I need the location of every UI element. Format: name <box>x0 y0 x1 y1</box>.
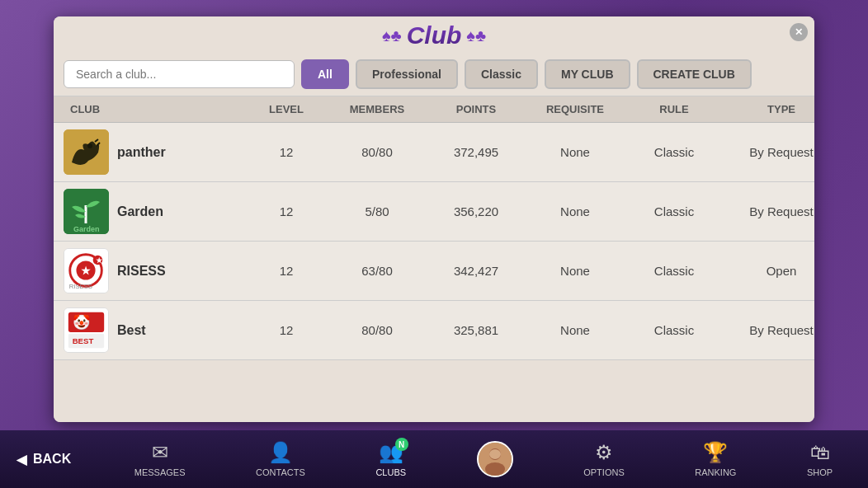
type-panther: By Request <box>724 145 814 159</box>
points-risess: 342,427 <box>427 264 526 278</box>
club-cell: ★ ★ RISESS RISESS <box>64 248 245 293</box>
contacts-label: CONTACTS <box>256 467 305 477</box>
rule-garden: Classic <box>625 204 724 218</box>
svg-point-1 <box>87 143 92 148</box>
members-risess: 63/80 <box>328 264 427 278</box>
options-label: OPTIONS <box>583 467 625 477</box>
club-name-risess: RISESS <box>117 264 166 279</box>
nav-item-ranking[interactable]: 🏆 RANKING <box>685 434 746 484</box>
shop-icon: 🛍 <box>810 441 830 464</box>
nav-item-clubs[interactable]: 👥 N CLUBS <box>366 434 416 484</box>
table-row[interactable]: ★ ★ RISESS RISESS 12 63/80 342,427 None … <box>54 242 814 301</box>
col-requisite: REQUISITE <box>526 103 625 115</box>
points-panther: 372,495 <box>427 145 526 159</box>
nav-item-options[interactable]: ⚙ OPTIONS <box>573 434 634 484</box>
members-best: 80/80 <box>328 323 427 337</box>
filter-my-club-button[interactable]: MY CLUB <box>545 59 630 89</box>
svg-point-18 <box>485 462 505 476</box>
type-garden: By Request <box>724 204 814 218</box>
clubs-label: CLUBS <box>375 467 406 477</box>
ranking-label: RANKING <box>695 467 736 477</box>
requisite-panther: None <box>526 145 625 159</box>
svg-text:Garden: Garden <box>73 225 100 233</box>
svg-text:RISESS: RISESS <box>69 283 92 290</box>
svg-text:BEST: BEST <box>73 336 94 345</box>
nav-item-shop[interactable]: 🛍 SHOP <box>797 434 842 484</box>
level-garden: 12 <box>245 204 328 218</box>
rule-best: Classic <box>625 323 724 337</box>
club-name-panther: panther <box>117 145 166 160</box>
messages-icon: ✉ <box>152 441 168 464</box>
ranking-icon: 🏆 <box>703 441 728 464</box>
points-best: 325,881 <box>427 323 526 337</box>
options-icon: ⚙ <box>595 441 613 464</box>
type-risess: Open <box>724 264 814 278</box>
nav-item-messages[interactable]: ✉ MESSAGES <box>125 434 196 484</box>
bottom-navigation: ◀ BACK ✉ MESSAGES 👤 CONTACTS 👥 N CLUBS <box>0 430 868 488</box>
level-best: 12 <box>245 323 328 337</box>
back-button[interactable]: ◀ BACK <box>0 452 99 467</box>
clubs-badge-container: 👥 N <box>379 441 403 464</box>
col-rule: RULE <box>625 103 724 115</box>
filter-all-button[interactable]: All <box>301 59 349 89</box>
requisite-risess: None <box>526 264 625 278</box>
col-points: POINTS <box>427 103 526 115</box>
club-logo-garden: Garden <box>64 189 109 234</box>
club-logo-panther <box>64 129 109 175</box>
svg-point-19 <box>489 449 501 459</box>
avatar <box>477 441 513 477</box>
requisite-best: None <box>526 323 625 337</box>
level-risess: 12 <box>245 264 328 278</box>
members-garden: 5/80 <box>328 204 427 218</box>
club-logo-risess: ★ ★ RISESS <box>64 248 109 293</box>
club-name-best: Best <box>117 323 146 338</box>
create-club-button[interactable]: CREATE CLUB <box>637 59 752 89</box>
shop-label: SHOP <box>807 467 833 477</box>
messages-label: MESSAGES <box>134 467 186 477</box>
back-label: BACK <box>33 452 71 467</box>
col-type: TYPE <box>724 103 814 115</box>
close-button[interactable]: ✕ <box>790 23 808 41</box>
svg-text:★: ★ <box>81 265 91 277</box>
col-members: MEMBERS <box>328 103 427 115</box>
club-modal: ✕ ♠♣ Club ♠♣ All Professional Classic MY… <box>54 16 814 422</box>
contacts-icon: 👤 <box>268 441 293 464</box>
points-garden: 356,220 <box>427 204 526 218</box>
col-level: LEVEL <box>245 103 328 115</box>
table-header: CLUB LEVEL MEMBERS POINTS REQUISITE RULE… <box>54 96 814 123</box>
club-name-garden: Garden <box>117 204 163 219</box>
col-club: CLUB <box>64 103 245 115</box>
clubs-table: CLUB LEVEL MEMBERS POINTS REQUISITE RULE… <box>54 96 814 422</box>
clubs-notification-badge: N <box>395 438 408 451</box>
svg-text:🤡: 🤡 <box>73 313 91 331</box>
type-best: By Request <box>724 323 814 337</box>
modal-title-area: ♠♣ Club ♠♣ <box>54 16 814 53</box>
rule-panther: Classic <box>625 145 724 159</box>
table-row[interactable]: 🤡 BEST Best 12 80/80 325,881 None Classi… <box>54 301 814 360</box>
club-logo-best: 🤡 BEST <box>64 307 109 353</box>
nav-item-profile[interactable] <box>467 434 523 484</box>
table-row[interactable]: Garden Garden 12 5/80 356,220 None Class… <box>54 182 814 242</box>
members-panther: 80/80 <box>328 145 427 159</box>
nav-items: ✉ MESSAGES 👤 CONTACTS 👥 N CLUBS <box>99 434 868 484</box>
club-cell: Garden Garden <box>64 189 245 234</box>
table-row[interactable]: panther 12 80/80 372,495 None Classic By… <box>54 123 814 182</box>
requisite-garden: None <box>526 204 625 218</box>
nav-item-contacts[interactable]: 👤 CONTACTS <box>246 434 315 484</box>
club-decor-right: ♠♣ <box>466 26 486 45</box>
search-input[interactable] <box>64 60 295 88</box>
svg-text:★: ★ <box>96 256 103 265</box>
filter-classic-button[interactable]: Classic <box>465 59 538 89</box>
rule-risess: Classic <box>625 264 724 278</box>
club-decor-left: ♠♣ <box>382 26 402 45</box>
back-arrow-icon: ◀ <box>17 452 26 467</box>
filter-bar: All Professional Classic MY CLUB CREATE … <box>54 53 814 96</box>
club-title-text: Club <box>407 21 462 49</box>
club-logo-title: ♠♣ Club ♠♣ <box>382 21 486 49</box>
club-cell: 🤡 BEST Best <box>64 307 245 353</box>
club-cell: panther <box>64 129 245 175</box>
level-panther: 12 <box>245 145 328 159</box>
filter-professional-button[interactable]: Professional <box>356 59 458 89</box>
